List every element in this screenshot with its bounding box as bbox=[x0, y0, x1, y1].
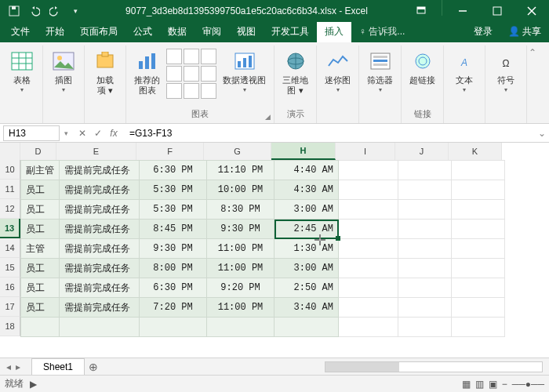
view-normal-icon[interactable]: ▦ bbox=[462, 379, 471, 390]
column-header[interactable]: K bbox=[449, 143, 502, 160]
cell[interactable] bbox=[398, 161, 452, 180]
row-header[interactable]: 11 bbox=[0, 180, 20, 199]
cell[interactable]: 2:50 AM bbox=[274, 278, 339, 298]
cell[interactable]: 2:45 AM bbox=[274, 220, 339, 239]
cell[interactable] bbox=[398, 180, 452, 200]
column-header[interactable]: F bbox=[136, 143, 204, 160]
cell[interactable]: 6:30 PM bbox=[140, 278, 207, 298]
zoom-slider[interactable]: ──●── bbox=[512, 379, 544, 390]
cell[interactable] bbox=[339, 318, 398, 337]
cell[interactable]: 主管 bbox=[21, 239, 60, 259]
cell[interactable]: 需提前完成任务 bbox=[60, 161, 140, 180]
chart-hier-icon[interactable] bbox=[201, 49, 216, 64]
cell[interactable]: 11:00 PM bbox=[207, 298, 274, 318]
cell[interactable]: 员工 bbox=[21, 259, 60, 278]
column-header[interactable]: I bbox=[336, 143, 395, 160]
tell-me[interactable]: ♀ 告诉我... bbox=[351, 22, 413, 42]
cell[interactable]: 需提前完成任务 bbox=[60, 220, 140, 239]
sparklines-button[interactable]: 迷你图 ▾ bbox=[322, 47, 354, 109]
cell[interactable]: 需提前完成任务 bbox=[60, 259, 140, 278]
cell[interactable] bbox=[339, 298, 398, 318]
name-box[interactable]: H13 bbox=[3, 125, 60, 141]
cell[interactable] bbox=[452, 298, 505, 318]
cell[interactable]: 需提前完成任务 bbox=[60, 180, 140, 200]
cell[interactable]: 需提前完成任务 bbox=[60, 298, 140, 318]
sheet-nav-prev-icon[interactable]: ◂ bbox=[6, 361, 11, 372]
3d-map-button[interactable]: 三维地 图 ▾ bbox=[279, 47, 311, 107]
chart-surface-icon[interactable] bbox=[166, 83, 182, 99]
row-header[interactable]: 15 bbox=[0, 258, 20, 278]
share-button[interactable]: 👤 共享 bbox=[500, 22, 549, 42]
cell[interactable] bbox=[398, 220, 452, 239]
dialog-launcher-icon[interactable]: ◢ bbox=[263, 112, 272, 122]
tab-insert[interactable]: 插入 bbox=[317, 22, 351, 42]
undo-icon[interactable] bbox=[27, 3, 42, 19]
cell[interactable]: 需提前完成任务 bbox=[60, 239, 140, 259]
worksheet-grid[interactable]: DEFGHIJK 101112131415161718 副主管需提前完成任务6:… bbox=[0, 143, 549, 358]
cell[interactable]: 5:30 PM bbox=[140, 200, 207, 220]
column-header[interactable]: J bbox=[395, 143, 449, 160]
cell[interactable]: 员工 bbox=[21, 200, 60, 220]
row-header[interactable]: 18 bbox=[0, 317, 20, 336]
column-header[interactable]: G bbox=[204, 143, 271, 160]
name-box-dropdown-icon[interactable]: ▾ bbox=[61, 129, 71, 137]
cell[interactable]: 8:45 PM bbox=[140, 220, 207, 239]
cell[interactable] bbox=[398, 318, 452, 337]
cell[interactable]: 6:30 PM bbox=[140, 161, 207, 180]
cell[interactable] bbox=[339, 180, 398, 200]
enter-formula-icon[interactable]: ✓ bbox=[92, 128, 104, 139]
cell[interactable] bbox=[398, 259, 452, 278]
cell[interactable]: 10:00 PM bbox=[207, 180, 274, 200]
tables-button[interactable]: 表格 ▾ bbox=[6, 47, 38, 109]
cell[interactable] bbox=[398, 239, 452, 259]
cell[interactable] bbox=[339, 278, 398, 298]
cell[interactable] bbox=[452, 239, 505, 259]
cell[interactable] bbox=[452, 200, 505, 220]
cell[interactable] bbox=[452, 259, 505, 278]
cell[interactable] bbox=[452, 278, 505, 298]
scrollbar-thumb[interactable] bbox=[325, 362, 399, 372]
chart-combo-icon[interactable] bbox=[184, 83, 199, 99]
column-header[interactable]: E bbox=[56, 143, 136, 160]
row-header[interactable]: 13 bbox=[0, 219, 20, 238]
cell[interactable] bbox=[398, 278, 452, 298]
pivot-chart-button[interactable]: 数据透视图 ▾ bbox=[220, 47, 269, 107]
cell[interactable] bbox=[339, 161, 398, 180]
macro-record-icon[interactable]: ▶ bbox=[30, 379, 37, 390]
cell[interactable] bbox=[21, 318, 60, 337]
row-header[interactable]: 14 bbox=[0, 238, 20, 258]
cell[interactable]: 3:00 AM bbox=[274, 259, 339, 278]
maximize-icon[interactable] bbox=[480, 0, 514, 22]
tab-review[interactable]: 审阅 bbox=[195, 22, 229, 42]
cell[interactable]: 3:00 AM bbox=[274, 200, 339, 220]
symbols-button[interactable]: Ω 符号 ▾ bbox=[490, 47, 522, 109]
horizontal-scrollbar[interactable] bbox=[325, 361, 543, 372]
cell[interactable]: 4:40 AM bbox=[274, 161, 339, 180]
cell[interactable] bbox=[140, 318, 207, 337]
cell[interactable] bbox=[452, 220, 505, 239]
tab-home[interactable]: 开始 bbox=[38, 22, 72, 42]
filters-button[interactable]: 筛选器 ▾ bbox=[364, 47, 396, 109]
view-page-break-icon[interactable]: ▣ bbox=[489, 379, 497, 390]
cell[interactable] bbox=[339, 200, 398, 220]
redo-icon[interactable] bbox=[47, 3, 63, 19]
addins-button[interactable]: 加载 项 ▾ bbox=[89, 47, 121, 109]
cell[interactable] bbox=[339, 259, 398, 278]
cell[interactable]: 员工 bbox=[21, 220, 60, 239]
cell[interactable] bbox=[452, 318, 505, 337]
row-header[interactable]: 12 bbox=[0, 199, 20, 219]
cell[interactable]: 需提前完成任务 bbox=[60, 278, 140, 298]
chart-column-icon[interactable] bbox=[166, 49, 182, 64]
cell[interactable]: 7:20 PM bbox=[140, 298, 207, 318]
expand-formula-bar-icon[interactable]: ⌄ bbox=[535, 128, 549, 139]
tab-data[interactable]: 数据 bbox=[160, 22, 195, 42]
column-header[interactable]: H bbox=[271, 143, 336, 160]
cell[interactable]: 5:30 PM bbox=[140, 180, 207, 200]
minimize-icon[interactable] bbox=[445, 0, 480, 22]
row-header[interactable]: 17 bbox=[0, 297, 20, 317]
row-header[interactable]: 16 bbox=[0, 278, 20, 297]
chart-stat-icon[interactable] bbox=[166, 66, 182, 82]
recommended-charts-button[interactable]: 推荐的 图表 bbox=[131, 47, 163, 107]
cell[interactable]: 8:00 PM bbox=[140, 259, 207, 278]
chart-line-icon[interactable] bbox=[184, 49, 199, 64]
